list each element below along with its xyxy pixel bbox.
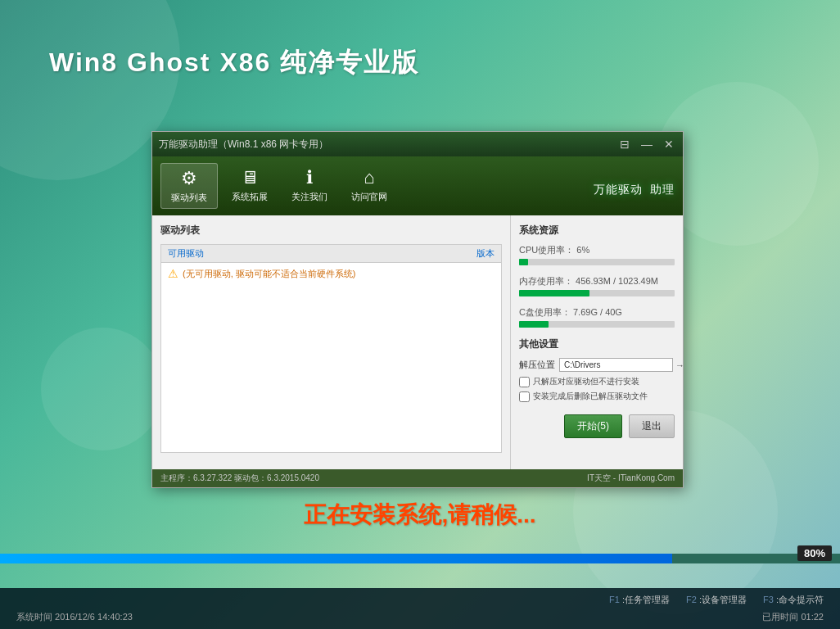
titlebar-controls: ⊟ — ✕ [617,138,676,151]
taskbar: F1 :任务管理器 F2 :设备管理器 F3 :命令提示符 系统时间 2016/… [0,588,840,629]
f3-key: F3 [763,595,774,604]
driver-empty-message: (无可用驱动, 驱动可能不适合当前硬件系统) [183,268,355,280]
disk-resource: C盘使用率： 7.69G / 40G [519,306,675,328]
disk-label: C盘使用率： 7.69G / 40G [519,306,675,319]
main-window: 万能驱动助理（Win8.1 x86 网卡专用） ⊟ — ✕ ⚙ 驱动列表 🖥 系… [151,131,684,488]
taskbar-datetime: 系统时间 2016/12/6 14:40:23 [16,611,133,623]
memory-progress-fill [519,290,589,296]
system-resources-title: 系统资源 [519,224,675,238]
cpu-progress-bg [519,259,675,265]
content-area: 驱动列表 可用驱动 版本 ⚠ (无可用驱动, 驱动可能不适合当前硬件系统) 系统… [152,215,683,469]
taskbar-f1[interactable]: F1 :任务管理器 [609,594,670,606]
other-settings: 其他设置 解压位置 → 只解压对应驱动但不进行安装 安装完成后删除已解压驱动文件… [519,337,675,438]
cpu-progress-fill [519,259,528,265]
monitor-icon: 🖥 [241,167,259,188]
start-button[interactable]: 开始(5) [564,414,622,438]
taskbar-elapsed: 已用时间 01:22 [762,611,824,623]
minimize-button[interactable]: — [639,138,655,151]
tab-driver-list[interactable]: ⚙ 驱动列表 [160,163,218,209]
f2-key: F2 [686,595,697,604]
toolbar-label-driver: 驱动列表 [171,192,207,204]
taskbar-f3[interactable]: F3 :命令提示符 [763,594,824,606]
taskbar-f2[interactable]: F2 :设备管理器 [686,594,747,606]
driver-row-empty: ⚠ (无可用驱动, 驱动可能不适合当前硬件系统) [161,263,501,284]
tab-about-us[interactable]: ℹ 关注我们 [282,163,337,209]
action-buttons: 开始(5) 退出 [519,414,675,438]
checkbox-row-2: 安装完成后删除已解压驱动文件 [519,391,675,402]
toolbar-label-system: 系统拓展 [232,191,268,203]
other-settings-title: 其他设置 [519,337,675,351]
driver-column-version: 版本 [429,247,495,260]
home-icon: ⌂ [364,167,374,188]
statusbar-left: 主程序：6.3.27.322 驱动包：6.3.2015.0420 [160,473,319,484]
memory-label: 内存使用率： 456.93M / 1023.49M [519,275,675,287]
path-input[interactable] [559,358,673,372]
extract-only-checkbox[interactable] [519,377,530,387]
f2-label: :设备管理器 [699,595,747,604]
progress-fill [0,554,672,563]
driver-column-name: 可用驱动 [168,247,429,260]
memory-progress-bg [519,290,675,296]
path-setting-row: 解压位置 → [519,358,675,372]
warning-icon: ⚠ [168,267,178,280]
driver-table: 可用驱动 版本 ⚠ (无可用驱动, 驱动可能不适合当前硬件系统) [160,244,502,453]
statusbar-right: IT天空 - ITianKong.Com [587,473,675,484]
toolbar-label-about: 关注我们 [291,191,327,203]
close-button[interactable]: ✕ [662,138,676,151]
exit-button[interactable]: 退出 [629,414,675,438]
progress-badge: 80% [797,545,832,561]
disk-progress-fill [519,321,549,328]
delete-after-checkbox[interactable] [519,391,530,402]
tab-system-expand[interactable]: 🖥 系统拓展 [222,163,278,209]
progress-container [0,554,840,563]
f1-key: F1 [609,595,620,604]
left-panel: 驱动列表 可用驱动 版本 ⚠ (无可用驱动, 驱动可能不适合当前硬件系统) [152,215,511,469]
checkbox-2-label: 安装完成后删除已解压驱动文件 [533,391,648,402]
path-arrow-button[interactable]: → [675,360,684,370]
driver-table-header: 可用驱动 版本 [161,245,501,263]
tab-visit-site[interactable]: ⌂ 访问官网 [341,163,397,209]
right-panel: 系统资源 CPU使用率： 6% 内存使用率： 456.93M / 1023.49… [511,215,683,469]
driver-list-title: 驱动列表 [160,224,502,238]
gear-icon: ⚙ [181,168,197,189]
taskbar-bottom: 系统时间 2016/12/6 14:40:23 已用时间 01:22 [16,611,824,623]
toolbar-label-visit: 访问官网 [351,191,387,203]
toolbar: ⚙ 驱动列表 🖥 系统拓展 ℹ 关注我们 ⌂ 访问官网 万能驱动 助理 [152,156,683,215]
checkbox-1-label: 只解压对应驱动但不进行安装 [533,376,639,387]
info-icon: ℹ [306,167,313,188]
brand-name: 万能驱动 [594,183,643,196]
wifi-icon: ⊟ [617,138,632,151]
brand-logo: 万能驱动 助理 [594,173,675,199]
toolbar-items: ⚙ 驱动列表 🖥 系统拓展 ℹ 关注我们 ⌂ 访问官网 [160,163,397,209]
memory-resource: 内存使用率： 456.93M / 1023.49M [519,275,675,296]
cpu-resource: CPU使用率： 6% [519,244,675,265]
f1-label: :任务管理器 [622,595,670,604]
path-label: 解压位置 [519,359,555,371]
checkbox-row-1: 只解压对应驱动但不进行安装 [519,376,675,387]
cpu-label: CPU使用率： 6% [519,244,675,256]
installing-text: 正在安装系统,请稍候... [304,500,535,531]
desktop-title: Win8 Ghost X86 纯净专业版 [49,45,419,81]
window-title: 万能驱动助理（Win8.1 x86 网卡专用） [159,138,328,152]
disk-progress-bg [519,321,675,328]
taskbar-shortcuts: F1 :任务管理器 F2 :设备管理器 F3 :命令提示符 [16,594,824,606]
brand-suffix: 助理 [650,183,675,196]
f3-label: :命令提示符 [776,595,824,604]
statusbar: 主程序：6.3.27.322 驱动包：6.3.2015.0420 IT天空 - … [152,469,683,487]
titlebar: 万能驱动助理（Win8.1 x86 网卡专用） ⊟ — ✕ [152,132,683,156]
